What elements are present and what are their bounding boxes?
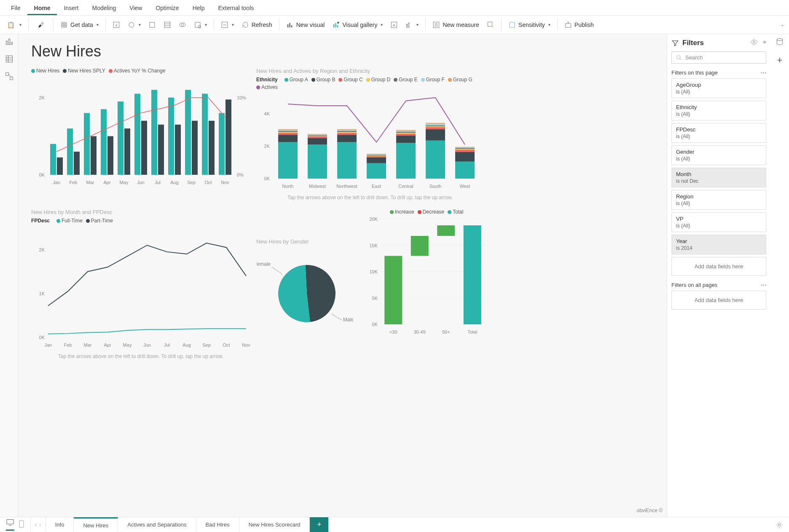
svg-rect-79 [225,99,231,175]
svg-rect-112 [367,155,386,156]
filter-card-month[interactable]: Monthis not Dec [671,168,766,187]
page-tab-scorecard[interactable]: New Hires Scorecard [239,517,310,532]
new-visual-button[interactable]: New visual [284,19,327,30]
svg-text:Sep: Sep [187,180,196,185]
tab-view[interactable]: View [123,2,149,15]
paste-button[interactable]: 📋▾ [3,18,24,32]
filter-search-input[interactable]: Search [671,51,766,64]
svg-rect-85 [278,135,298,142]
report-view-icon[interactable] [5,37,13,47]
dataverse-button[interactable] [176,19,189,30]
visual-gallery-button[interactable]: Visual gallery▾ [330,19,385,30]
quick-measure-button[interactable] [484,19,497,30]
prev-page-icon[interactable]: ‹ [35,521,37,528]
svg-rect-57 [101,109,107,175]
excel-button[interactable]: X [110,19,123,30]
search-icon [676,55,682,61]
data-view-icon[interactable] [5,55,13,64]
svg-text:May: May [120,180,129,185]
add-all-filter[interactable]: Add data fields here [671,291,766,310]
collapse-pane-icon[interactable]: » [763,38,766,47]
svg-text:2K: 2K [264,144,270,149]
svg-text:Sep: Sep [202,342,211,348]
model-view-icon[interactable] [5,72,13,82]
svg-text:Jun: Jun [143,342,151,348]
tab-insert[interactable]: Insert [57,2,85,15]
filter-card-region[interactable]: Regionis (All) [671,190,766,210]
publish-button[interactable]: Publish [562,19,596,30]
svg-rect-178 [19,521,24,528]
more-icon[interactable]: ⋯ [761,70,766,76]
viz-fpdesc-line[interactable]: New Hires by Month and FPDesc FPDesc Ful… [31,209,250,359]
filter-card-gender[interactable]: Genderis (All) [671,145,766,165]
svg-rect-76 [209,121,215,175]
get-data-button[interactable]: Get data▾ [58,19,101,30]
viz-gender-pie[interactable]: New Hires by Gender FemaleMale [256,238,353,359]
tab-optimize[interactable]: Optimize [149,2,185,15]
ribbon: 📋▾ 🖌 Get data▾ X ▾ ▾ ▾ Refresh New visua… [0,15,789,34]
tab-help[interactable]: Help [186,2,212,15]
enter-data-button[interactable] [161,19,174,30]
add-page-filter[interactable]: Add data fields here [671,257,766,276]
sensitivity-button[interactable]: Sensitivity▾ [506,19,553,30]
settings-icon[interactable] [770,517,789,532]
viz-region-ethnicity[interactable]: New Hires and Actives by Region and Ethn… [256,68,484,201]
svg-text:Aug: Aug [170,180,179,185]
more-icon[interactable]: ⋯ [761,282,766,288]
svg-rect-17 [291,25,292,27]
refresh-button[interactable]: Refresh [239,19,275,30]
page-tab-bad-hires[interactable]: Bad Hires [196,517,239,532]
next-page-icon[interactable]: › [39,521,41,528]
tab-modeling[interactable]: Modeling [85,2,123,15]
filter-card-vp[interactable]: VPis (All) [671,212,766,232]
viz-new-hires-combo[interactable]: New Hires New Hires SPLY Actives YoY % C… [31,68,250,201]
filters-pane: Filters » Search Filters on this page⋯ A… [667,34,770,517]
svg-rect-15 [287,24,288,27]
data-hub-button[interactable]: ▾ [125,19,143,30]
ribbon-expand-button[interactable]: ⌄ [777,21,786,29]
svg-rect-75 [202,94,208,175]
tab-home[interactable]: Home [27,2,57,15]
filters-page-section: Filters on this page [671,70,718,76]
svg-rect-126 [426,127,445,129]
more-visuals-button[interactable]: ▾ [403,19,421,30]
svg-rect-67 [158,125,164,175]
svg-text:50+: 50+ [442,329,450,334]
svg-rect-138 [455,147,475,147]
page-tab-actives[interactable]: Actives and Separations [118,517,196,532]
mobile-layout-icon[interactable] [19,520,24,529]
svg-text:West: West [460,184,470,189]
svg-rect-98 [308,134,327,134]
sql-button[interactable] [146,19,158,30]
filter-card-agegroup[interactable]: AgeGroupis (All) [671,78,766,98]
eye-icon[interactable] [750,38,758,47]
page-tab-info[interactable]: Info [46,517,74,532]
page-tab-new-hires[interactable]: New Hires [74,517,118,532]
svg-text:0%: 0% [237,172,244,177]
add-page-button[interactable]: + [310,517,328,532]
filter-card-ethnicity[interactable]: Ethnicityis (All) [671,101,766,120]
desktop-layout-icon[interactable] [6,519,14,531]
recent-sources-button[interactable]: ▾ [191,19,209,30]
tab-external-tools[interactable]: External tools [211,2,260,15]
svg-text:1K: 1K [39,291,45,296]
svg-rect-52 [74,152,80,175]
data-pane-icon[interactable] [776,37,784,47]
format-painter-button[interactable]: 🖌 [33,18,49,32]
add-pane-icon[interactable]: + [777,55,783,66]
transform-data-button[interactable]: ▾ [218,19,236,30]
filter-card-fpdesc[interactable]: FPDescis (All) [671,123,766,143]
report-canvas: New Hires New Hires New Hires SPLY Activ… [19,34,667,517]
svg-rect-121 [396,131,416,132]
filter-card-year[interactable]: Yearis 2014 [671,235,766,254]
svg-text:15K: 15K [369,243,378,248]
svg-rect-70 [175,125,181,175]
svg-text:Northwest: Northwest [336,184,357,189]
svg-rect-104 [337,131,357,132]
viz-waterfall[interactable]: Increase Decrease Total 0K5K10K15K20K<30… [363,209,490,359]
svg-text:0K: 0K [39,172,45,177]
new-measure-button[interactable]: New measure [430,19,481,30]
text-box-button[interactable]: A [388,19,400,30]
filter-icon [671,39,679,47]
tab-file[interactable]: File [4,2,27,15]
